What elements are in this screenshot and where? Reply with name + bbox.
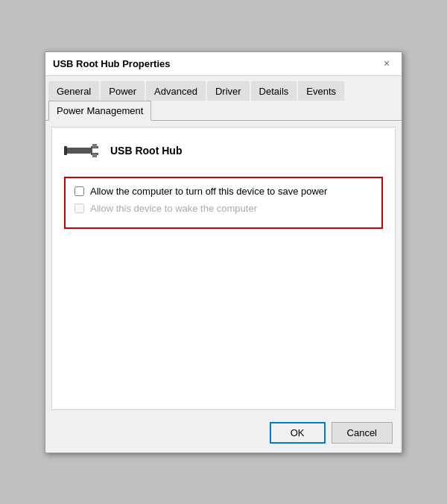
close-button[interactable]: ×	[379, 56, 394, 71]
tab-driver[interactable]: Driver	[207, 81, 250, 101]
options-section: Allow the computer to turn off this devi…	[64, 177, 383, 229]
checkbox-row-2: Allow this device to wake the computer	[74, 203, 372, 214]
dialog-window: USB Root Hub Properties × General Power …	[45, 51, 402, 453]
tab-events[interactable]: Events	[298, 81, 344, 101]
tabs-bar: General Power Advanced Driver Details Ev…	[45, 76, 402, 121]
checkbox-row-1: Allow the computer to turn off this devi…	[74, 186, 372, 197]
tab-power-management[interactable]: Power Management	[48, 101, 151, 121]
allow-turnoff-label: Allow the computer to turn off this devi…	[90, 186, 327, 197]
allow-wake-label: Allow this device to wake the computer	[90, 203, 257, 214]
button-row: OK Cancel	[45, 416, 402, 453]
dialog-title: USB Root Hub Properties	[53, 58, 170, 69]
allow-wake-checkbox[interactable]	[74, 204, 84, 213]
allow-turnoff-checkbox[interactable]	[74, 186, 84, 196]
title-bar: USB Root Hub Properties ×	[45, 52, 402, 76]
usb-icon	[64, 139, 101, 162]
svg-rect-5	[92, 154, 97, 157]
device-header: USB Root Hub	[64, 139, 383, 162]
svg-rect-0	[66, 148, 92, 154]
ok-button[interactable]: OK	[270, 422, 326, 444]
tab-details[interactable]: Details	[251, 81, 297, 101]
tab-advanced[interactable]: Advanced	[146, 81, 206, 101]
content-area: USB Root Hub Allow the computer to turn …	[51, 127, 396, 410]
svg-rect-3	[64, 146, 67, 155]
svg-rect-4	[92, 144, 97, 148]
tab-general[interactable]: General	[48, 81, 99, 101]
cancel-button[interactable]: Cancel	[332, 422, 393, 444]
device-name: USB Root Hub	[110, 145, 182, 157]
tab-power[interactable]: Power	[101, 81, 145, 101]
